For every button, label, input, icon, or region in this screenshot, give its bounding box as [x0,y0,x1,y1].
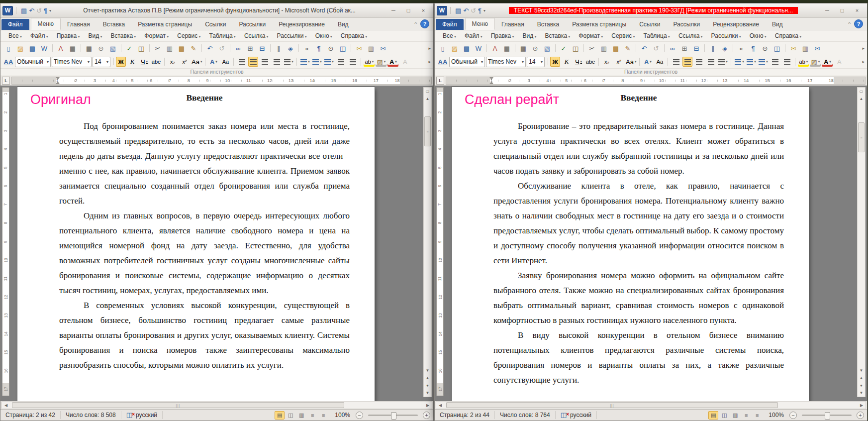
tab-selector[interactable]: L [436,77,444,85]
menu-item[interactable]: Формат [575,31,607,40]
justify-button[interactable] [271,57,282,67]
document-page[interactable]: Сделан рерайт Введение Бронирование – эт… [452,87,809,401]
tab-mailings[interactable]: Рассылки [232,19,272,30]
align-center-button[interactable] [682,57,692,67]
menu-item[interactable]: Все [439,31,460,40]
underline-button[interactable]: Ч [573,57,584,67]
full-screen-reading-view-icon[interactable]: ◫ [286,411,295,420]
undo-button[interactable]: ↶ [29,7,34,14]
scroll-track[interactable]: ≡ [858,103,865,367]
font-color-button[interactable]: А [208,57,219,67]
title-bar[interactable]: W ▤ ↶ ↺ ¶ ▾ Отчет-практика Астахов П.В [… [0,3,433,18]
close-button[interactable]: × [417,6,429,15]
increase-indent-button[interactable] [781,57,792,67]
font-size-select[interactable]: 14 [527,57,545,67]
font-select[interactable]: Times Nev [52,57,92,67]
superscript-button[interactable]: x² [613,57,624,67]
proofing-status-icon[interactable]: ◫× [561,411,567,419]
read-mode-icon[interactable]: ◫ [772,43,782,53]
bullet-list-button[interactable] [746,57,757,67]
print-layout-view-icon[interactable]: ▤ [275,411,285,420]
scroll-thumb[interactable]: ||| [446,402,778,408]
print-preview-icon[interactable]: ⊙ [530,43,541,53]
bullet-list-button[interactable] [311,57,322,67]
paste-icon[interactable]: ▤ [176,43,187,53]
tab-file[interactable]: Файл [436,19,464,30]
scroll-right-button[interactable]: ▶ [858,403,866,408]
undo-icon[interactable]: ↶ [639,43,650,53]
spelling-grammar-icon[interactable]: ✓ [558,43,569,53]
customize-quick-access-button[interactable]: ▾ [49,8,51,13]
highlight-button[interactable]: ab [798,57,809,67]
collapse-group-icon[interactable]: « [301,43,312,53]
line-spacing-button[interactable] [283,57,294,67]
menu-item[interactable]: Рассылки [273,31,311,40]
clear-formatting-button[interactable]: Aa [654,57,665,67]
menu-item[interactable]: Окно [746,31,771,40]
menu-item[interactable]: Сервис [173,31,204,40]
scroll-down-button[interactable]: ▼ [858,367,865,374]
tab-file[interactable]: Файл [1,19,29,30]
tab-page-layout[interactable]: Разметка страницы [131,19,198,30]
style-select[interactable]: Обычный [15,57,51,67]
undo-icon[interactable]: ↶ [204,43,215,53]
page-indicator[interactable]: Страница: 2 из 44 [435,411,495,419]
zoom-slider[interactable] [802,415,852,416]
research-icon[interactable]: ◫ [136,43,147,53]
hyperlink-icon[interactable]: ∞ [233,43,244,53]
tab-mailings[interactable]: Рассылки [667,19,706,30]
minimize-button[interactable]: ─ [821,6,833,15]
format-painter-icon[interactable]: ✎ [188,43,199,53]
menu-item[interactable]: Формат [140,31,173,40]
scroll-down-button[interactable]: ▼ [424,367,431,374]
bold-button[interactable]: Ж [550,57,560,67]
insert-table-icon[interactable]: ⊟ [257,43,268,53]
menu-item[interactable]: Справка [337,31,371,40]
merge-print-icon[interactable]: ▥ [800,43,811,53]
character-border-button[interactable]: А [834,57,845,67]
zoom-slider-thumb[interactable] [825,412,830,420]
menu-item[interactable]: Файл [26,31,52,40]
word-count[interactable]: Число слов: 8 508 [61,411,121,419]
menu-item[interactable]: Сервис [607,31,639,40]
format-painter-icon[interactable]: ✎ [622,43,633,53]
web-layout-view-icon[interactable]: ▥ [730,411,740,420]
select-browse-object-button[interactable]: ● [424,382,431,389]
paragraph-marks-button[interactable]: ¶ [478,7,482,14]
new-document-icon[interactable]: ▯ [3,43,14,53]
tab-references[interactable]: Ссылки [633,19,667,30]
close-button[interactable]: × [851,6,863,15]
draft-view-icon[interactable]: ≡ [752,411,762,420]
web-page-preview-icon[interactable]: ▧ [107,43,118,53]
zoom-out-button[interactable]: − [356,412,363,419]
toolbar-overflow-icon[interactable]: ▸ [862,59,865,64]
print-preview-icon[interactable]: ⊙ [96,43,106,53]
menu-item[interactable]: Вид [85,31,106,40]
ruler-toggle-button[interactable]: ▭ [424,88,431,95]
multilevel-list-button[interactable] [758,57,769,67]
vertical-scrollbar[interactable]: ▭ ▲ ≡ ▼ ▲ ● ▼ [423,87,432,397]
zoom-in-button[interactable]: + [857,412,864,419]
maximize-button[interactable]: □ [836,6,848,15]
tab-references[interactable]: Ссылки [198,19,232,30]
strikethrough-button[interactable]: abe [151,57,162,67]
maximize-button[interactable]: □ [402,6,414,15]
ruler-toggle-button[interactable]: ▭ [858,88,865,95]
underline-button[interactable]: Ч [139,57,150,67]
scroll-thumb[interactable]: ≡ [858,122,865,152]
decrease-indent-button[interactable] [770,57,780,67]
style-select[interactable]: Обычный [449,57,485,67]
menu-item[interactable]: Все [4,31,26,40]
web-page-preview-icon[interactable]: ▧ [542,43,553,53]
horizontal-ruler[interactable]: 123456789101112131415161718 [11,77,432,85]
mail-recipient-icon[interactable]: ✉ [812,43,823,53]
menu-item[interactable]: Справка [771,31,805,40]
collapse-ribbon-icon[interactable]: ^ [414,21,417,27]
redo-button[interactable]: ↺ [471,7,476,14]
menu-item[interactable]: Ссылка [240,31,273,40]
paste-icon[interactable]: ▤ [610,43,621,53]
font-size-select[interactable]: 14 [93,57,110,67]
align-right-button[interactable] [259,57,270,67]
italic-button[interactable]: К [127,57,138,67]
strikethrough-button[interactable]: abe [585,57,596,67]
